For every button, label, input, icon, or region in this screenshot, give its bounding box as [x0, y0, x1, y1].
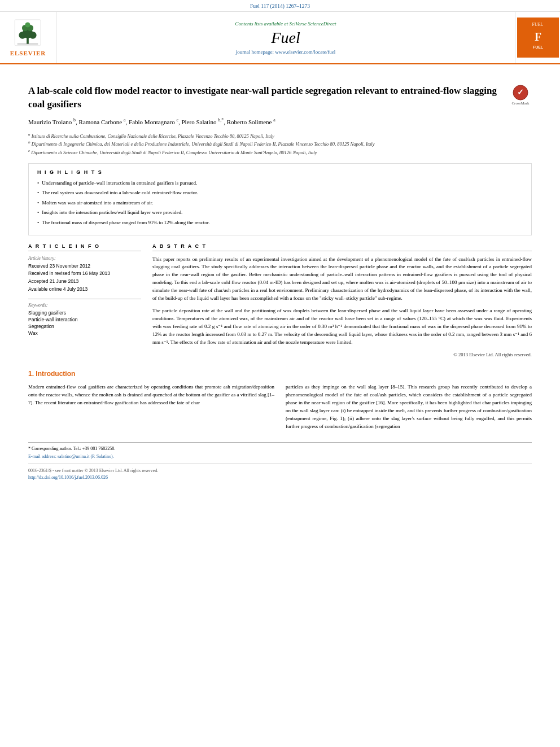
affiliation-b: b Dipartimento di Ingegneria Chimica, de…	[28, 139, 532, 148]
abstract-paragraph-1: This paper reports on preliminary result…	[152, 256, 532, 303]
highlight-item-3: • Molten wax was air-atomized into a mai…	[37, 199, 523, 207]
elsevier-text: ELSEVIER	[10, 50, 46, 56]
affiliations: a Istituto di Ricerche sulla Combustione…	[28, 132, 532, 156]
fuel-logo-icon: F FUEL	[524, 28, 552, 51]
issn-line: 0016-2361/$ - see front matter © 2013 El…	[28, 468, 532, 474]
intro-heading: 1. Introduction	[28, 370, 532, 378]
highlights-label: H I G H L I G H T S	[37, 169, 523, 175]
abstract-paragraph-2: The particle deposition rate at the wall…	[152, 307, 532, 347]
elsevier-tree-icon	[11, 19, 45, 50]
keyword-4: Wax	[28, 330, 141, 336]
doi-link[interactable]: http://dx.doi.org/10.1016/j.fuel.2013.06…	[28, 475, 108, 480]
elsevier-brand: ELSEVIER	[10, 19, 46, 56]
accepted-date: Accepted 21 June 2013	[28, 278, 141, 285]
introduction-section: 1. Introduction Modern entrained-flow co…	[28, 370, 532, 431]
footer-divider	[28, 464, 532, 464]
fuel-badge: FUEL F FUEL	[517, 18, 559, 58]
highlights-section: H I G H L I G H T S • Understanding of p…	[28, 163, 532, 235]
email-link[interactable]: salatino@unina.it	[58, 454, 89, 459]
article-info-label: A R T I C L E I N F O	[28, 243, 141, 251]
keyword-1: Slagging gasifiers	[28, 310, 141, 316]
keyword-2: Particle-wall interaction	[28, 317, 141, 322]
svg-text:FUEL: FUEL	[532, 45, 543, 49]
authors: Maurizio Troiano b, Ramona Carbone a, Fa…	[28, 117, 532, 127]
abstract-section: A B S T R A C T This paper reports on pr…	[152, 243, 532, 359]
affiliation-c: c Dipartimento di Scienze Chimiche, Univ…	[28, 148, 532, 156]
article-info: A R T I C L E I N F O Article history: R…	[28, 243, 141, 359]
info-abstract-section: A R T I C L E I N F O Article history: R…	[28, 243, 532, 359]
crossmark-icon: ✓	[512, 84, 529, 101]
bullet-icon: •	[37, 189, 39, 196]
svg-point-3	[19, 32, 27, 39]
crossmark-label: CrossMark	[511, 101, 529, 106]
highlight-item-4: • Insights into the interaction particle…	[37, 209, 523, 216]
elsevier-logo-left: ELSEVIER	[0, 12, 56, 63]
available-date: Available online 4 July 2013	[28, 286, 141, 293]
citation-text: Fuel 117 (2014) 1267–1273	[250, 3, 310, 9]
bullet-icon: •	[37, 219, 39, 226]
fuel-badge-container: FUEL F FUEL	[515, 12, 560, 63]
sciverse-link[interactable]: SciVerse ScienceDirect	[290, 21, 336, 27]
keyword-3: Segregation	[28, 324, 141, 329]
received-date: Received 23 November 2012	[28, 263, 141, 270]
journal-homepage: journal homepage: www.elsevier.com/locat…	[236, 49, 335, 55]
main-content: A lab-scale cold flow model reactor to i…	[0, 64, 560, 492]
intro-text-right: particles as they impinge on the wall sl…	[286, 383, 532, 431]
abstract-label: A B S T R A C T	[152, 243, 532, 251]
homepage-link[interactable]: www.elsevier.com/locate/fuel	[275, 49, 335, 55]
highlight-item-1: • Understanding of particle–wall interac…	[37, 180, 523, 187]
copyright: © 2013 Elsevier Ltd. All rights reserved…	[152, 351, 532, 359]
svg-point-4	[29, 32, 37, 39]
journal-citation: Fuel 117 (2014) 1267–1273	[0, 0, 560, 12]
journal-center: Contents lists available at SciVerse Sci…	[56, 12, 515, 63]
article-title: A lab-scale cold flow model reactor to i…	[28, 84, 501, 111]
keywords-section: Keywords: Slagging gasifiers Particle-wa…	[28, 299, 141, 336]
corresponding-note: * Corresponding author. Tel.: +39 081 76…	[28, 446, 532, 451]
highlight-item-2: • The real system was downscaled into a …	[37, 189, 523, 196]
abstract-text: This paper reports on preliminary result…	[152, 256, 532, 359]
bullet-icon: •	[37, 209, 39, 216]
revised-date: Received in revised form 16 May 2013	[28, 270, 141, 277]
bullet-icon: •	[37, 199, 39, 207]
page: Fuel 117 (2014) 1267–1273	[0, 0, 560, 747]
bullet-icon: •	[37, 180, 39, 187]
journal-title: Fuel	[271, 29, 300, 47]
article-footer: * Corresponding author. Tel.: +39 081 76…	[28, 442, 532, 481]
highlights-list: • Understanding of particle–wall interac…	[37, 180, 523, 226]
email-note: E-mail address: salatino@unina.it (P. Sa…	[28, 453, 532, 460]
sciverse-info: Contents lists available at SciVerse Sci…	[235, 21, 336, 27]
intro-columns: Modern entrained-flow coal gasifiers are…	[28, 383, 532, 431]
intro-col-left: Modern entrained-flow coal gasifiers are…	[28, 383, 274, 431]
doi-line: http://dx.doi.org/10.1016/j.fuel.2013.06…	[28, 474, 532, 481]
intro-col-right: particles as they impinge on the wall sl…	[286, 383, 532, 431]
svg-text:F: F	[534, 30, 541, 43]
journal-header: ELSEVIER Contents lists available at Sci…	[0, 12, 560, 64]
affiliation-a: a Istituto di Ricerche sulla Combustione…	[28, 132, 532, 140]
highlight-item-5: • The fractional mass of dispersed phase…	[37, 219, 523, 226]
svg-text:✓: ✓	[517, 88, 524, 97]
svg-point-7	[25, 22, 30, 27]
keywords-label: Keywords:	[28, 303, 141, 308]
history-label: Article history:	[28, 256, 141, 261]
article-title-section: A lab-scale cold flow model reactor to i…	[28, 84, 532, 111]
crossmark-container: ✓ CrossMark	[509, 84, 532, 106]
intro-text-left: Modern entrained-flow coal gasifiers are…	[28, 383, 274, 407]
